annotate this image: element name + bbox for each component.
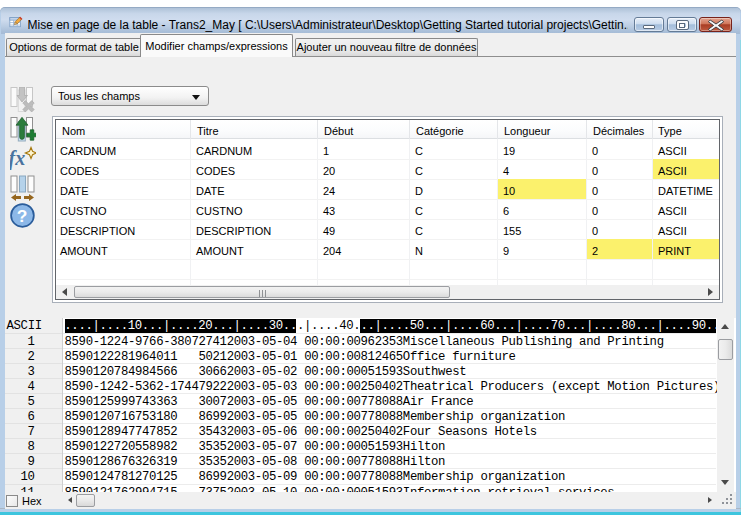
svg-text:fx: fx (10, 147, 25, 170)
svg-text:?: ? (17, 206, 28, 226)
